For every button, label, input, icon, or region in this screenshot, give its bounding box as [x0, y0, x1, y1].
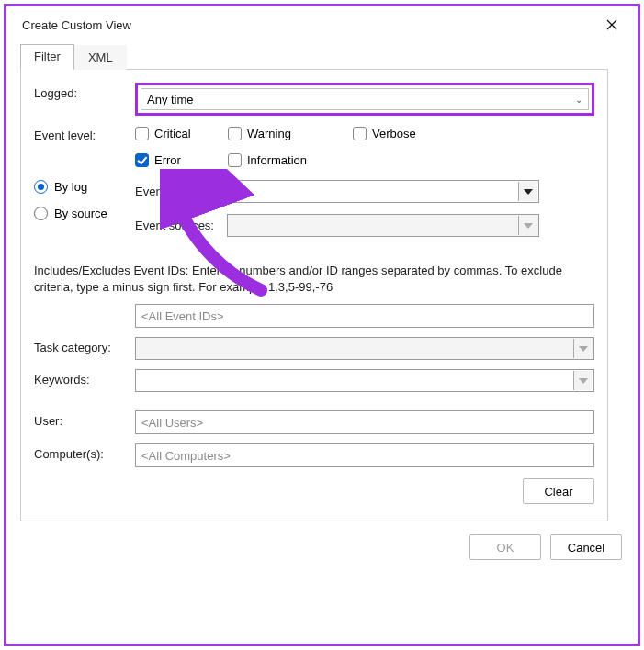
logged-label: Logged:: [34, 83, 135, 100]
dialog-title: Create Custom View: [22, 18, 598, 32]
cancel-button[interactable]: Cancel: [550, 534, 622, 560]
keywords-label: Keywords:: [34, 369, 135, 387]
event-level-group: Critical Warning Verbose Error Informati…: [135, 127, 445, 167]
close-button[interactable]: [598, 11, 626, 39]
radio-label: By source: [54, 207, 107, 220]
user-label: User:: [34, 410, 135, 428]
logged-dropdown[interactable]: Any time ⌄: [141, 88, 589, 110]
checkbox-label: Error: [154, 153, 181, 167]
tab-row: Filter XML: [20, 44, 608, 70]
checkbox-icon: [228, 127, 242, 140]
checkbox-label: Information: [247, 153, 307, 167]
checkbox-icon: [135, 127, 149, 140]
chevron-down-icon: ⌄: [575, 95, 582, 105]
radio-icon: [34, 180, 48, 194]
event-level-label: Event level:: [34, 125, 135, 142]
user-input[interactable]: <All Users>: [135, 410, 594, 434]
event-ids-input[interactable]: <All Event IDs>: [135, 304, 594, 328]
checkbox-icon: [135, 153, 149, 167]
dialog-button-row: OK Cancel: [11, 534, 622, 560]
keywords-dropdown[interactable]: [135, 369, 594, 392]
event-sources-dropdown[interactable]: [227, 214, 539, 237]
checkbox-information[interactable]: Information: [228, 153, 347, 167]
checkbox-icon: [228, 153, 242, 167]
logged-value: Any time: [147, 93, 194, 106]
chevron-down-icon: [573, 339, 592, 358]
radio-label: By log: [54, 180, 87, 194]
event-logs-dropdown[interactable]: [227, 180, 539, 203]
checkbox-error[interactable]: Error: [135, 153, 222, 167]
radio-by-log[interactable]: By log: [34, 180, 135, 194]
computers-input[interactable]: <All Computers>: [135, 443, 594, 467]
checkbox-warning[interactable]: Warning: [228, 127, 347, 140]
checkbox-critical[interactable]: Critical: [135, 127, 222, 140]
event-ids-spacer: [34, 304, 135, 308]
tab-filter[interactable]: Filter: [20, 44, 74, 70]
filter-panel: Logged: Any time ⌄ Event level: Critical…: [20, 70, 608, 521]
event-ids-helptext: Includes/Excludes Event IDs: Enter ID nu…: [34, 263, 594, 295]
chevron-down-icon: [573, 371, 592, 390]
close-icon: [606, 19, 617, 30]
clear-button[interactable]: Clear: [523, 478, 594, 504]
tab-xml[interactable]: XML: [74, 45, 127, 70]
task-category-label: Task category:: [34, 337, 135, 354]
chevron-down-icon: [518, 216, 537, 235]
checkbox-label: Critical: [154, 127, 191, 140]
computers-label: Computer(s):: [34, 443, 135, 461]
checkbox-icon: [353, 127, 367, 140]
create-custom-view-dialog: Create Custom View Filter XML Logged: An…: [11, 9, 633, 641]
titlebar: Create Custom View: [11, 9, 633, 40]
event-sources-label: Event sources:: [135, 219, 227, 232]
ok-button[interactable]: OK: [469, 534, 541, 560]
radio-icon: [34, 207, 48, 220]
checkbox-label: Warning: [247, 127, 291, 140]
logged-highlight-box: Any time ⌄: [135, 83, 594, 116]
radio-by-source[interactable]: By source: [34, 207, 135, 220]
checkbox-verbose[interactable]: Verbose: [353, 127, 445, 140]
event-logs-label: Event logs:: [135, 185, 227, 198]
chevron-down-icon: [518, 182, 537, 201]
task-category-dropdown[interactable]: [135, 337, 594, 360]
checkbox-label: Verbose: [372, 127, 416, 140]
